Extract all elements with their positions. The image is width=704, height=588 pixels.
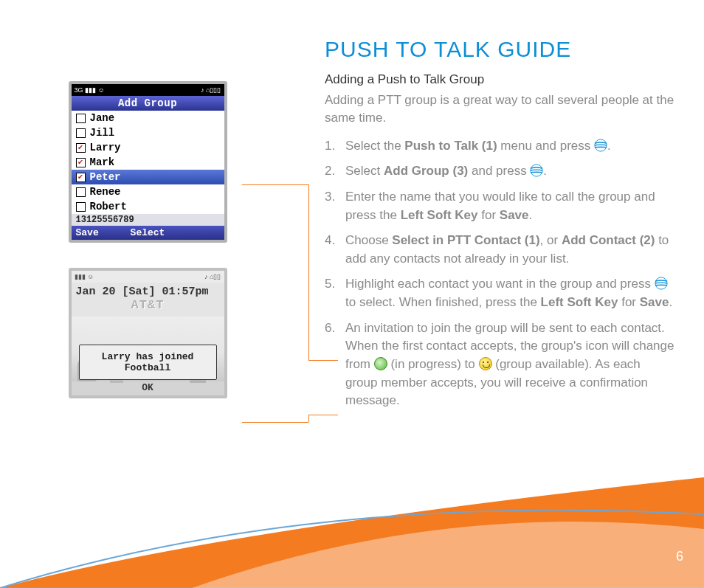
softkey-ok[interactable]: OK [72, 380, 224, 395]
contact-name: Renee [90, 186, 121, 198]
list-item-selected[interactable]: Peter [72, 170, 224, 184]
status-left: 3G ▮▮▮ ☺ [75, 86, 105, 94]
list-item[interactable]: Jill [72, 125, 224, 140]
status-left: ▮▮▮ ☺ [75, 273, 94, 280]
checkbox-icon[interactable] [76, 143, 86, 153]
list-item[interactable]: Jane [72, 111, 224, 125]
callout-connector [308, 415, 309, 422]
notification-popup: Larry has joined Football [79, 345, 217, 380]
att-globe-icon [655, 277, 668, 290]
status-bar: ▮▮▮ ☺ ♪ ⌂▯▯ [72, 271, 224, 283]
contact-name: Larry [90, 142, 121, 153]
callout-connector [308, 360, 338, 361]
status-right: ♪ ⌂▯▯▯ [201, 86, 221, 94]
contact-name: Robert [90, 201, 127, 212]
group-available-icon [479, 357, 492, 370]
checkbox-icon[interactable] [76, 202, 86, 212]
callout-connector [242, 184, 308, 185]
checkbox-icon[interactable] [76, 128, 86, 138]
popup-line: Larry has joined [83, 351, 213, 362]
list-item[interactable]: Robert [72, 199, 224, 214]
callout-connector [242, 422, 308, 423]
step-item: Enter the name that you would like to ca… [325, 188, 674, 224]
att-globe-icon [594, 139, 607, 152]
list-item[interactable]: Renee [72, 184, 224, 199]
datetime-label: Jan 20 [Sat] 01:57pm [72, 283, 224, 298]
phone-home-popup: ▮▮▮ ☺ ♪ ⌂▯▯ Jan 20 [Sat] 01:57pm AT&T La… [69, 268, 227, 398]
screen-title: Add Group [72, 96, 224, 111]
softkey-center[interactable]: Select [122, 226, 173, 240]
softkey-left[interactable]: Save [72, 226, 122, 240]
checkbox-icon[interactable] [76, 158, 86, 167]
step-list: Select the Push to Talk (1) menu and pre… [325, 137, 674, 410]
callout-connector [308, 184, 309, 360]
contact-name: Mark [90, 156, 115, 168]
status-bar: 3G ▮▮▮ ☺ ♪ ⌂▯▯▯ [72, 84, 224, 96]
softkey-right[interactable] [173, 226, 224, 240]
step-item: Choose Select in PTT Contact (1), or Add… [325, 232, 674, 268]
checkbox-icon[interactable] [76, 187, 86, 197]
list-item[interactable]: Larry [72, 140, 224, 155]
page-number: 6 [676, 549, 683, 564]
callout-connector [308, 415, 338, 415]
softkey-bar: Save Select [72, 226, 224, 240]
contact-name: Jane [90, 112, 115, 124]
checkbox-icon[interactable] [76, 173, 86, 182]
contact-list: Jane Jill Larry Mark Peter Renee Robert [72, 111, 224, 214]
step-item: An invitation to join the group will be … [325, 319, 674, 410]
step-item: Select the Push to Talk (1) menu and pre… [325, 137, 674, 156]
contact-name: Peter [90, 171, 121, 183]
checkbox-icon[interactable] [76, 114, 86, 123]
step-item: Highlight each contact you want in the g… [325, 275, 674, 311]
instructions-column: PUSH TO TALK GUIDE Adding a Push to Talk… [266, 37, 674, 544]
att-globe-icon [530, 164, 543, 177]
intro-text: Adding a PTT group is a great way to cal… [325, 91, 674, 127]
popup-line: Football [83, 362, 213, 373]
screenshots-column: 3G ▮▮▮ ☺ ♪ ⌂▯▯▯ Add Group Jane Jill Larr… [30, 37, 266, 544]
status-right: ♪ ⌂▯▯ [204, 273, 221, 280]
list-item[interactable]: Mark [72, 155, 224, 170]
step-item: Select Add Group (3) and press . [325, 162, 674, 181]
carrier-label: AT&T [72, 298, 224, 317]
phone-number-field: 13125556789 [72, 214, 224, 226]
page: 3G ▮▮▮ ☺ ♪ ⌂▯▯▯ Add Group Jane Jill Larr… [0, 0, 704, 588]
phone-add-group: 3G ▮▮▮ ☺ ♪ ⌂▯▯▯ Add Group Jane Jill Larr… [69, 81, 227, 243]
section-heading: Adding a Push to Talk Group [325, 72, 674, 87]
in-progress-icon [374, 357, 387, 370]
page-title: PUSH TO TALK GUIDE [325, 37, 674, 62]
contact-name: Jill [90, 127, 115, 139]
